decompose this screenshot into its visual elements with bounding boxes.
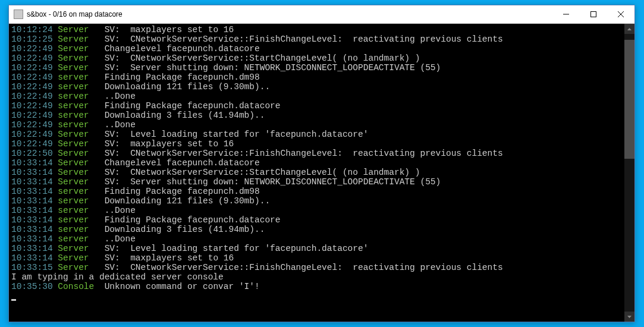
scroll-thumb[interactable] xyxy=(624,40,634,159)
console-message: Finding Package facepunch.dm98 xyxy=(105,73,260,82)
console-line: 10:22:49 server ..Done xyxy=(11,120,622,130)
console-timestamp: 10:33:14 xyxy=(11,206,53,215)
console-line: I am typing in a dedicated server consol… xyxy=(11,272,622,282)
svg-marker-5 xyxy=(627,316,632,318)
console-message: Finding Package facepunch.datacore xyxy=(105,215,281,225)
console-timestamp: 10:22:49 xyxy=(11,130,53,139)
console-line: 10:33:14 Server SV: Level loading starte… xyxy=(11,244,622,253)
console-source: Server xyxy=(58,168,99,177)
titlebar[interactable]: s&box - 0/16 on map datacore xyxy=(9,5,634,24)
console-line: 10:33:14 Server SV: maxplayers set to 16 xyxy=(11,253,622,263)
app-icon xyxy=(14,10,23,19)
console-source: Server xyxy=(58,263,99,272)
console-source: Server xyxy=(58,44,99,54)
cursor-icon xyxy=(11,299,16,301)
console-timestamp: 10:22:49 xyxy=(11,73,53,82)
console-source: server xyxy=(58,215,99,225)
console-timestamp: 10:22:49 xyxy=(11,111,53,120)
console-line: 10:33:14 Server Changelevel facepunch.da… xyxy=(11,158,622,168)
console-timestamp: 10:22:49 xyxy=(11,92,53,101)
console-source: Server xyxy=(58,244,99,253)
console-timestamp: 10:22:49 xyxy=(11,82,53,92)
console-message: Downloading 121 files (9.30mb).. xyxy=(105,82,270,92)
console-source: Server xyxy=(58,149,99,158)
console-timestamp: 10:33:14 xyxy=(11,196,53,206)
console-timestamp: 10:22:49 xyxy=(11,44,53,54)
console-message: SV: maxplayers set to 16 xyxy=(105,139,234,149)
console-source: Console xyxy=(58,282,99,291)
console-line: 10:22:49 Server SV: Level loading starte… xyxy=(11,130,622,139)
console-source: Server xyxy=(58,54,99,63)
console-source: server xyxy=(58,92,99,101)
console-source: Server xyxy=(58,158,99,168)
console-source: server xyxy=(58,225,99,234)
console-source: server xyxy=(58,187,99,196)
console-message: SV: CNetworkServerService::FinishChangeL… xyxy=(105,34,503,44)
console-timestamp: 10:33:15 xyxy=(11,263,53,272)
console-line: 10:33:14 server ..Done xyxy=(11,234,622,244)
console-line: 10:33:14 Server SV: CNetworkServerServic… xyxy=(11,168,622,177)
console-line: 10:33:14 Server SV: Server shutting down… xyxy=(11,177,622,187)
console-message: SV: maxplayers set to 16 xyxy=(105,25,234,34)
console-line: 10:22:50 Server SV: CNetworkServerServic… xyxy=(11,149,622,158)
close-button[interactable] xyxy=(607,5,634,23)
console-timestamp: 10:33:14 xyxy=(11,168,53,177)
vertical-scrollbar[interactable] xyxy=(624,24,634,322)
console-line: 10:22:49 server Downloading 121 files (9… xyxy=(11,82,622,92)
console-source: Server xyxy=(58,34,99,44)
console-source: Server xyxy=(58,25,99,34)
console-source: server xyxy=(58,206,99,215)
console-line: 10:33:14 server Finding Package facepunc… xyxy=(11,187,622,196)
console-line: 10:22:49 server Finding Package facepunc… xyxy=(11,101,622,111)
console-input-line[interactable] xyxy=(11,291,622,301)
console-line: 10:12:24 Server SV: maxplayers set to 16 xyxy=(11,25,622,34)
console-message: Unknown command or convar 'I'! xyxy=(105,282,260,291)
console-source: server xyxy=(58,120,99,130)
console-message: SV: CNetworkServerService::StartChangeLe… xyxy=(105,168,420,177)
console-message: ..Done xyxy=(105,120,136,130)
console-source: server xyxy=(58,82,99,92)
console-source: server xyxy=(58,196,99,206)
console-source: server xyxy=(58,101,99,111)
console-message: ..Done xyxy=(105,206,136,215)
console-message: SV: Server shutting down: NETWORK_DISCON… xyxy=(105,177,441,187)
console-timestamp: 10:12:25 xyxy=(11,34,53,44)
console-source: server xyxy=(58,111,99,120)
window-title: s&box - 0/16 on map datacore xyxy=(27,10,552,18)
app-window: s&box - 0/16 on map datacore 10:12:24 Se… xyxy=(8,5,635,322)
console-line: 10:33:14 server Downloading 3 files (41.… xyxy=(11,225,622,234)
console-timestamp: 10:12:24 xyxy=(11,25,53,34)
console-timestamp: 10:22:50 xyxy=(11,149,53,158)
console-source: Server xyxy=(58,177,99,187)
console-message: SV: CNetworkServerService::FinishChangeL… xyxy=(105,149,503,158)
maximize-button[interactable] xyxy=(580,5,607,23)
scroll-down-button[interactable] xyxy=(624,312,634,322)
console-message: Changelevel facepunch.datacore xyxy=(105,158,260,168)
window-controls xyxy=(552,5,634,23)
console-timestamp: 10:33:14 xyxy=(11,187,53,196)
console-timestamp: 10:22:49 xyxy=(11,139,53,149)
console-source: server xyxy=(58,234,99,244)
console-timestamp: 10:22:49 xyxy=(11,120,53,130)
minimize-button[interactable] xyxy=(552,5,580,23)
console-line: 10:33:15 Server SV: CNetworkServerServic… xyxy=(11,263,622,272)
console-source: server xyxy=(58,73,99,82)
svg-rect-1 xyxy=(591,12,596,17)
console-timestamp: 10:22:49 xyxy=(11,54,53,63)
console-message: Finding Package facepunch.datacore xyxy=(105,101,281,111)
console-area: 10:12:24 Server SV: maxplayers set to 16… xyxy=(9,24,634,322)
console-line: 10:33:14 server Finding Package facepunc… xyxy=(11,215,622,225)
console-message: Downloading 3 files (41.94mb).. xyxy=(105,111,265,120)
console-timestamp: 10:33:14 xyxy=(11,177,53,187)
console-timestamp: 10:33:14 xyxy=(11,234,53,244)
console-timestamp: 10:33:14 xyxy=(11,158,53,168)
console-line: 10:22:49 Server Changelevel facepunch.da… xyxy=(11,44,622,54)
console-line: 10:22:49 server Downloading 3 files (41.… xyxy=(11,111,622,120)
console-message: ..Done xyxy=(105,234,136,244)
console-source: Server xyxy=(58,253,99,263)
scroll-up-button[interactable] xyxy=(624,24,634,34)
console-line: 10:22:49 Server SV: maxplayers set to 16 xyxy=(11,139,622,149)
scroll-track[interactable] xyxy=(624,34,634,312)
console-source: Server xyxy=(58,139,99,149)
console-output[interactable]: 10:12:24 Server SV: maxplayers set to 16… xyxy=(9,24,624,322)
